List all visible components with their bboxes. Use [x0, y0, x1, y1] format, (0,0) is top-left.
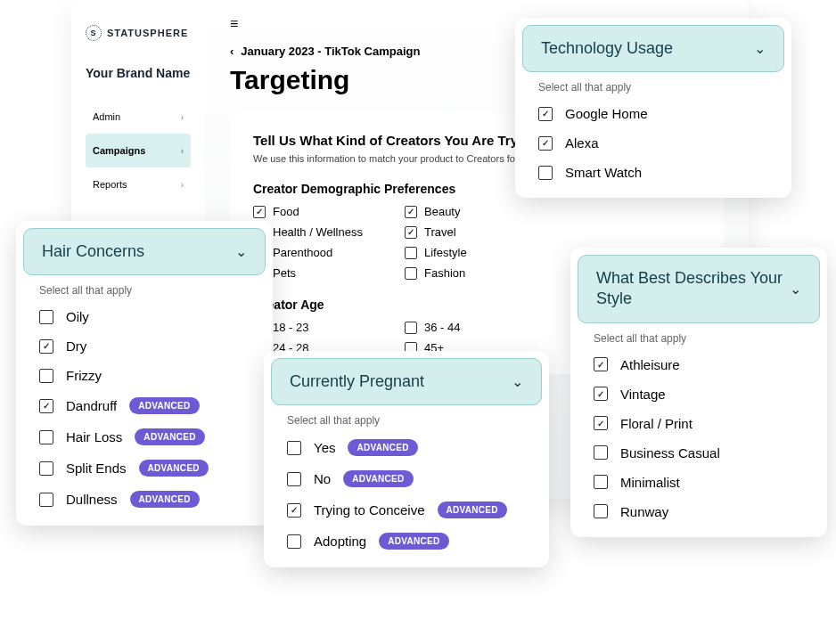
- option-age-36-44[interactable]: 36 - 44: [405, 321, 556, 334]
- checkbox-icon[interactable]: [287, 441, 301, 455]
- checkbox-icon[interactable]: [39, 461, 53, 476]
- checkbox-icon[interactable]: [287, 503, 301, 518]
- advanced-badge: ADVANCED: [348, 439, 417, 456]
- option-label: Alexa: [565, 135, 599, 151]
- option-alexa[interactable]: Alexa: [538, 135, 768, 151]
- checkbox-icon[interactable]: [594, 475, 608, 489]
- sidebar-item-admin[interactable]: Admin ›: [86, 100, 191, 134]
- option-label: Lifestyle: [424, 246, 467, 259]
- checkbox-icon[interactable]: [594, 387, 608, 401]
- option-google-home[interactable]: Google Home: [538, 106, 768, 121]
- option-label: Floral / Print: [620, 416, 693, 431]
- checkbox-icon[interactable]: [538, 166, 553, 180]
- chevron-down-icon[interactable]: ⌄: [754, 40, 766, 57]
- option-vintage[interactable]: Vintage: [594, 387, 804, 402]
- checkbox-icon[interactable]: [405, 226, 417, 239]
- option-smart-watch[interactable]: Smart Watch: [538, 165, 768, 180]
- checkbox-icon[interactable]: [287, 472, 301, 486]
- option-dullness[interactable]: DullnessADVANCED: [39, 491, 250, 508]
- option-fashion[interactable]: Fashion: [405, 266, 556, 280]
- option-lifestyle[interactable]: Lifestyle: [405, 246, 556, 259]
- checkbox-icon[interactable]: [405, 267, 417, 280]
- card-title: Hair Concerns: [42, 241, 144, 262]
- option-trying-conceive[interactable]: Trying to ConceiveADVANCED: [287, 501, 526, 518]
- checkbox-icon[interactable]: [287, 534, 301, 549]
- option-health[interactable]: Health / Wellness: [253, 225, 405, 239]
- checkbox-icon[interactable]: [594, 357, 608, 371]
- advanced-badge: ADVANCED: [135, 428, 204, 445]
- card-style: What Best Describes Your Style ⌄ Select …: [570, 248, 827, 537]
- option-floral-print[interactable]: Floral / Print: [594, 416, 804, 431]
- option-athleisure[interactable]: Athleisure: [594, 357, 804, 372]
- option-pets[interactable]: Pets: [253, 266, 405, 280]
- card-header[interactable]: What Best Describes Your Style ⌄: [578, 255, 820, 323]
- option-label: Frizzy: [66, 368, 102, 383]
- option-label: Vintage: [620, 387, 666, 402]
- sidebar-item-campaigns[interactable]: Campaigns ›: [86, 134, 191, 167]
- option-yes[interactable]: YesADVANCED: [287, 439, 526, 456]
- option-oily[interactable]: Oily: [39, 309, 250, 324]
- checkbox-icon[interactable]: [405, 322, 417, 334]
- option-label: Oily: [66, 309, 89, 324]
- option-beauty[interactable]: Beauty: [405, 205, 556, 218]
- option-age-18-23[interactable]: 18 - 23: [253, 321, 405, 334]
- checkbox-icon[interactable]: [39, 369, 53, 383]
- sidebar-item-reports[interactable]: Reports ›: [86, 167, 191, 201]
- checkbox-icon[interactable]: [538, 107, 553, 121]
- card-currently-pregnant: Currently Pregnant ⌄ Select all that app…: [264, 351, 549, 567]
- option-hair-loss[interactable]: Hair LossADVANCED: [39, 428, 250, 445]
- option-label: Business Casual: [620, 445, 720, 461]
- card-header[interactable]: Currently Pregnant ⌄: [271, 358, 542, 405]
- option-label: Health / Wellness: [273, 225, 363, 239]
- option-parenthood[interactable]: Parenthood: [253, 246, 405, 259]
- option-label: Minimalist: [620, 475, 680, 490]
- option-business-casual[interactable]: Business Casual: [594, 445, 804, 461]
- card-title: Currently Pregnant: [290, 371, 424, 392]
- checkbox-icon[interactable]: [594, 445, 608, 460]
- option-food[interactable]: Food: [253, 205, 405, 218]
- advanced-badge: ADVANCED: [343, 470, 413, 487]
- advanced-badge: ADVANCED: [379, 533, 448, 550]
- option-dandruff[interactable]: DandruffADVANCED: [39, 397, 250, 414]
- checkbox-icon[interactable]: [594, 416, 608, 430]
- card-header[interactable]: Hair Concerns ⌄: [23, 228, 266, 275]
- option-travel[interactable]: Travel: [405, 225, 556, 239]
- option-dry[interactable]: Dry: [39, 338, 250, 354]
- option-label: Travel: [424, 225, 456, 239]
- checkbox-icon[interactable]: [253, 206, 266, 218]
- options-list: Google Home Alexa Smart Watch: [515, 106, 791, 180]
- select-all-label: Select all that apply: [287, 414, 526, 427]
- checkbox-icon[interactable]: [405, 247, 417, 259]
- option-runway[interactable]: Runway: [594, 504, 804, 519]
- option-no[interactable]: NoADVANCED: [287, 470, 526, 487]
- options-list: Oily Dry Frizzy DandruffADVANCED Hair Lo…: [16, 309, 273, 508]
- option-label: Fashion: [424, 266, 465, 280]
- checkbox-icon[interactable]: [538, 136, 553, 151]
- option-label: 18 - 23: [273, 321, 308, 334]
- option-split-ends[interactable]: Split EndsADVANCED: [39, 460, 250, 477]
- chevron-down-icon[interactable]: ⌄: [235, 243, 247, 260]
- chevron-down-icon[interactable]: ⌄: [512, 373, 523, 390]
- checkbox-icon[interactable]: [39, 399, 53, 413]
- option-label: Beauty: [424, 205, 460, 218]
- chevron-down-icon[interactable]: ⌄: [790, 281, 801, 298]
- card-header[interactable]: Technology Usage ⌄: [522, 25, 784, 72]
- back-icon[interactable]: ‹: [230, 45, 234, 58]
- option-frizzy[interactable]: Frizzy: [39, 368, 250, 383]
- checkbox-icon[interactable]: [39, 310, 53, 324]
- option-label: Athleisure: [620, 357, 680, 372]
- option-minimalist[interactable]: Minimalist: [594, 475, 804, 490]
- checkbox-icon[interactable]: [594, 504, 608, 518]
- option-adopting[interactable]: AdoptingADVANCED: [287, 533, 526, 550]
- option-label: Google Home: [565, 106, 648, 121]
- card-title: Technology Usage: [541, 38, 673, 59]
- select-all-label: Select all that apply: [594, 332, 804, 345]
- advanced-badge: ADVANCED: [438, 501, 507, 518]
- brand: S STATUSPHERE: [86, 25, 191, 41]
- checkbox-icon[interactable]: [39, 430, 53, 444]
- option-label: Dandruff: [66, 398, 117, 413]
- checkbox-icon[interactable]: [39, 493, 53, 507]
- advanced-badge: ADVANCED: [129, 397, 199, 414]
- checkbox-icon[interactable]: [405, 206, 417, 218]
- checkbox-icon[interactable]: [39, 339, 53, 354]
